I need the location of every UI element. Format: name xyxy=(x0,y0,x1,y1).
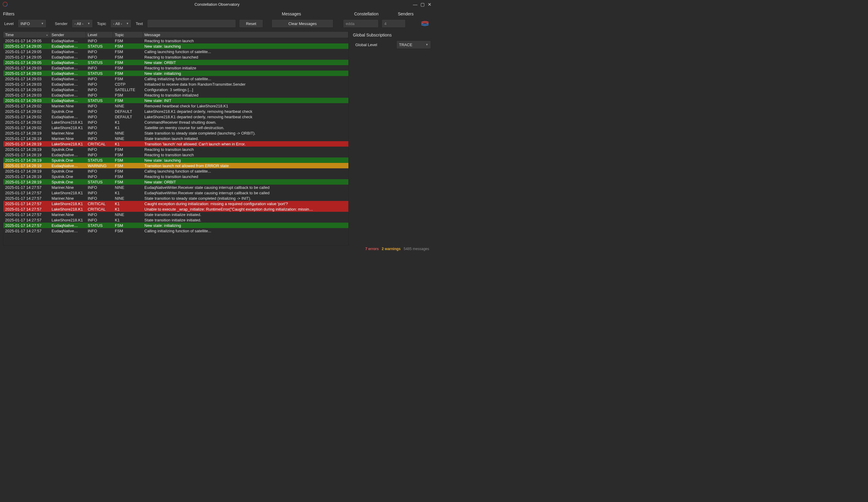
cell-time: 2025-01-17 14:29:02 xyxy=(3,104,50,108)
titlebar: Constellation Observatory — ▢ ✕ xyxy=(0,0,434,8)
table-row[interactable]: 2025-01-17 14:29:03EudaqNative…INFOFSMRe… xyxy=(3,65,349,71)
status-errors: 7 errors xyxy=(365,247,379,251)
cell-sender: Mariner.Nine xyxy=(50,212,86,217)
cell-sender: Mariner.Nine xyxy=(50,196,86,201)
cell-message: Reacting to transition launch xyxy=(143,153,349,157)
cell-message: Caught exception during initialization: … xyxy=(143,201,349,206)
cell-sender: Sputnik.One xyxy=(50,169,86,173)
cell-topic: K1 xyxy=(113,126,143,130)
cell-message: Configuration: 3 settings [...] xyxy=(143,88,349,92)
table-row[interactable]: 2025-01-17 14:28:19Mariner.NineINFONINES… xyxy=(3,130,349,136)
cell-sender: EudaqNative… xyxy=(50,77,86,81)
table-row[interactable]: 2025-01-17 14:29:05EudaqNative…STATUSFSM… xyxy=(3,60,349,65)
table-row[interactable]: 2025-01-17 14:27:57EudaqNative…INFOFSMCa… xyxy=(3,228,349,233)
cell-topic: FSM xyxy=(113,77,143,81)
reset-button[interactable]: Reset xyxy=(239,19,263,28)
cell-sender: EudaqNative… xyxy=(50,50,86,54)
table-row[interactable]: 2025-01-17 14:29:05EudaqNative…INFOFSMRe… xyxy=(3,54,349,60)
cell-sender: EudaqNative… xyxy=(50,82,86,87)
th-time[interactable]: Time▴ xyxy=(3,32,50,38)
table-row[interactable]: 2025-01-17 14:27:57Mariner.NineINFONINEE… xyxy=(3,185,349,190)
cell-time: 2025-01-17 14:29:05 xyxy=(3,39,50,43)
table-row[interactable]: 2025-01-17 14:28:19EudaqNative…INFOFSMRe… xyxy=(3,152,349,158)
cell-level: INFO xyxy=(86,212,113,217)
table-row[interactable]: 2025-01-17 14:29:02Mariner.NineINFONINER… xyxy=(3,103,349,109)
table-row[interactable]: 2025-01-17 14:29:02LakeShore218.K1INFOK1… xyxy=(3,119,349,125)
minimize-icon[interactable]: — xyxy=(413,2,417,7)
table-row[interactable]: 2025-01-17 14:28:19EudaqNative…WARNINGFS… xyxy=(3,163,349,168)
table-row[interactable]: 2025-01-17 14:27:57LakeShore218.K1CRITIC… xyxy=(3,206,349,212)
table-row[interactable]: 2025-01-17 14:27:57LakeShore218.K1CRITIC… xyxy=(3,201,349,206)
cell-sender: EudaqNative… xyxy=(50,55,86,59)
cell-topic: FSM xyxy=(113,147,143,152)
cell-sender: EudaqNative… xyxy=(50,163,86,168)
cell-time: 2025-01-17 14:29:03 xyxy=(3,66,50,70)
th-topic[interactable]: Topic xyxy=(113,32,143,38)
th-message[interactable]: Message xyxy=(143,32,349,38)
cell-message: Unable to execute _wrap_initialize: Runt… xyxy=(143,207,349,211)
cell-sender: EudaqNative… xyxy=(50,93,86,98)
cell-sender: Mariner.Nine xyxy=(50,131,86,135)
cell-time: 2025-01-17 14:27:57 xyxy=(3,212,50,217)
text-filter-label: Text xyxy=(134,21,144,26)
topic-filter-combo[interactable]: - All - ▼ xyxy=(110,19,132,28)
close-icon[interactable]: ✕ xyxy=(428,2,432,7)
table-row[interactable]: 2025-01-17 14:29:03EudaqNative…STATUSFSM… xyxy=(3,71,349,76)
table-row[interactable]: 2025-01-17 14:29:03EudaqNative…INFOFSMCa… xyxy=(3,76,349,81)
clear-messages-button[interactable]: Clear Messages xyxy=(271,19,333,28)
table-row[interactable]: 2025-01-17 14:29:03EudaqNative…INFOSATEL… xyxy=(3,87,349,92)
statusbar: 7 errors 2 warnings 5485 messages xyxy=(0,245,434,251)
table-row[interactable]: 2025-01-17 14:27:57LakeShore218.K1INFOK1… xyxy=(3,190,349,195)
cell-sender: EudaqNative… xyxy=(50,66,86,70)
maximize-icon[interactable]: ▢ xyxy=(421,2,425,7)
table-row[interactable]: 2025-01-17 14:28:19LakeShore218.K1CRITIC… xyxy=(3,141,349,147)
table-row[interactable]: 2025-01-17 14:27:57Mariner.NineINFONINES… xyxy=(3,212,349,217)
table-row[interactable]: 2025-01-17 14:27:57LakeShore218.K1INFOK1… xyxy=(3,217,349,223)
table-row[interactable]: 2025-01-17 14:28:19Sputnik.OneSTATUSFSMN… xyxy=(3,179,349,185)
table-row[interactable]: 2025-01-17 14:28:19Mariner.NineINFONINES… xyxy=(3,136,349,141)
text-filter-input[interactable] xyxy=(147,19,236,28)
table-row[interactable]: 2025-01-17 14:27:57Mariner.NineINFONINES… xyxy=(3,195,349,201)
messages-label: Messages xyxy=(282,10,348,18)
table-row[interactable]: 2025-01-17 14:29:05EudaqNative…INFOFSMCa… xyxy=(3,49,349,54)
cell-topic: FSM xyxy=(113,180,143,184)
table-row[interactable]: 2025-01-17 14:28:19Sputnik.OneSTATUSFSMN… xyxy=(3,158,349,163)
table-row[interactable]: 2025-01-17 14:27:57EudaqNative…STATUSFSM… xyxy=(3,223,349,228)
table-row[interactable]: 2025-01-17 14:29:03EudaqNative…INFOCDTPI… xyxy=(3,81,349,87)
cell-message: EudaqNativeWriter.Receiver state causing… xyxy=(143,185,349,190)
table-row[interactable]: 2025-01-17 14:29:02LakeShore218.K1INFOK1… xyxy=(3,125,349,130)
table-row[interactable]: 2025-01-17 14:29:03EudaqNative…INFOFSMRe… xyxy=(3,92,349,98)
global-level-combo[interactable]: TRACE ▼ xyxy=(396,40,431,49)
cell-message: State transition initialize initiated. xyxy=(143,212,349,217)
cell-time: 2025-01-17 14:27:57 xyxy=(3,191,50,195)
table-row[interactable]: 2025-01-17 14:29:05EudaqNative…INFOFSMRe… xyxy=(3,38,349,43)
cell-level: INFO xyxy=(86,169,113,173)
table-row[interactable]: 2025-01-17 14:29:02EudaqNative…INFODEFAU… xyxy=(3,114,349,119)
table-row[interactable]: 2025-01-17 14:28:19Sputnik.OneINFOFSMRea… xyxy=(3,174,349,179)
cell-time: 2025-01-17 14:27:57 xyxy=(3,185,50,190)
cell-topic: K1 xyxy=(113,120,143,124)
table-row[interactable]: 2025-01-17 14:29:02Sputnik.OneINFODEFAUL… xyxy=(3,109,349,114)
cell-topic: FSM xyxy=(113,60,143,65)
cell-topic: FSM xyxy=(113,98,143,103)
cell-topic: FSM xyxy=(113,153,143,157)
cell-level: STATUS xyxy=(86,98,113,103)
cell-topic: K1 xyxy=(113,218,143,222)
table-row[interactable]: 2025-01-17 14:28:19Sputnik.OneINFOFSMRea… xyxy=(3,147,349,152)
cell-level: INFO xyxy=(86,147,113,152)
th-level[interactable]: Level xyxy=(86,32,113,38)
level-filter-combo[interactable]: INFO ▼ xyxy=(18,19,46,28)
table-row[interactable]: 2025-01-17 14:29:03EudaqNative…STATUSFSM… xyxy=(3,98,349,103)
cell-message: LakeShore218.K1 departed orderly, removi… xyxy=(143,114,349,119)
chevron-down-icon: ▼ xyxy=(426,43,428,46)
filters-label: Filters xyxy=(3,10,276,18)
table-body[interactable]: 2025-01-17 14:29:05EudaqNative…INFOFSMRe… xyxy=(3,38,349,245)
th-sender[interactable]: Sender xyxy=(50,32,86,38)
sender-filter-combo[interactable]: - All - ▼ xyxy=(72,19,93,28)
table-row[interactable]: 2025-01-17 14:29:05EudaqNative…STATUSFSM… xyxy=(3,43,349,49)
status-warnings: 2 warnings xyxy=(382,247,401,251)
cell-message: CommandReceiver thread shutting down. xyxy=(143,120,349,124)
table-row[interactable]: 2025-01-17 14:28:19Sputnik.OneINFOFSMCal… xyxy=(3,168,349,174)
cell-message: State transition to steady state complet… xyxy=(143,131,349,135)
cell-topic: NINE xyxy=(113,212,143,217)
